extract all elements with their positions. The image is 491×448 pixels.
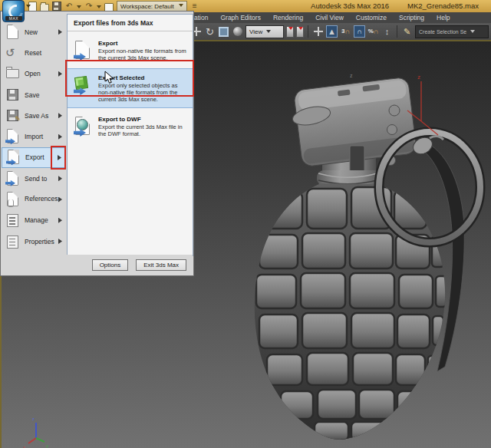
submenu-arrow-icon: [58, 218, 62, 223]
axis-z-label: z: [32, 417, 35, 421]
app-title: Autodesk 3ds Max 2016: [311, 2, 389, 10]
redo-dropdown-icon[interactable]: [97, 5, 101, 11]
percent-snap-button[interactable]: %∩: [367, 25, 379, 38]
selection-set-value: Create Selection Se: [419, 29, 466, 35]
use-selection-center-icon[interactable]: [296, 26, 304, 38]
cap-rivet: [387, 125, 397, 135]
export-selected-cube-icon: [74, 75, 94, 95]
open-file-icon[interactable]: [40, 2, 49, 11]
undo-dropdown-icon[interactable]: [77, 5, 81, 11]
edit-selection-sets-button[interactable]: ✎: [401, 25, 413, 38]
submenu-arrow-icon: [58, 71, 62, 77]
select-scale-button[interactable]: [218, 25, 229, 38]
reset-icon: ↺: [5, 45, 20, 61]
menu-item-open[interactable]: Open: [2, 64, 66, 84]
document-title: MK2_Grenade85.max: [407, 2, 479, 10]
select-manipulate-button[interactable]: [312, 25, 324, 38]
combo-arrow-icon: [266, 30, 271, 35]
menu-item-reset[interactable]: ↺ Reset: [2, 42, 66, 63]
angle-snap-button[interactable]: ∩: [354, 25, 365, 38]
use-pivot-icon[interactable]: [286, 26, 294, 38]
options-button[interactable]: Options: [92, 259, 129, 271]
select-rotate-button[interactable]: ↻: [204, 25, 216, 38]
workspace-label: Workspace: Default: [120, 3, 174, 10]
sphere-icon: [233, 27, 242, 36]
reference-coordinate-dropdown[interactable]: View: [246, 25, 284, 38]
toolbar-divider: [397, 25, 397, 38]
save-as-icon: ✎: [5, 108, 20, 124]
keyboard-override-button[interactable]: ▲: [326, 25, 338, 38]
mouse-cursor: [104, 71, 115, 84]
menu-scripting[interactable]: Scripting: [399, 14, 424, 21]
reference-coordinate-value: View: [249, 28, 262, 35]
submenu-arrow-icon: [58, 113, 62, 118]
menu-customize[interactable]: Customize: [356, 14, 387, 21]
menu-graph-editors[interactable]: Graph Editors: [220, 14, 260, 21]
percent-magnet-icon: ∩: [374, 28, 378, 35]
open-folder-icon: [5, 66, 20, 81]
menu-rendering[interactable]: Rendering: [273, 14, 303, 21]
menu-help[interactable]: Help: [437, 14, 450, 21]
scale-icon: [219, 27, 229, 37]
send-to-icon: [5, 171, 20, 186]
submenu-arrow-icon: [58, 176, 62, 181]
menu-item-send-to[interactable]: Send to: [2, 168, 66, 189]
workspace-dropdown[interactable]: Workspace: Default: [117, 1, 187, 12]
properties-icon: [5, 234, 20, 249]
menu-item-export[interactable]: Export: [2, 147, 66, 168]
spinner-snap-button[interactable]: ↕: [381, 25, 393, 38]
menu-animation[interactable]: ation: [194, 14, 208, 21]
export-dwf-option[interactable]: Export to DWF Export the current 3ds Max…: [68, 110, 193, 142]
3dsmax-window: { "window": { "app_title": "Autodesk 3ds…: [0, 0, 491, 448]
world-axis-tripod: z x y: [23, 417, 48, 448]
submenu-arrow-icon: [58, 197, 62, 203]
export-panel-header: Export files from 3ds Max: [68, 15, 193, 31]
save-icon: [5, 87, 20, 103]
submenu-arrow-icon: [58, 239, 62, 244]
window-title: Autodesk 3ds Max 2016 MK2_Grenade85.max: [311, 2, 479, 10]
submenu-arrow-icon: [58, 29, 62, 35]
redo-icon[interactable]: ↷: [84, 2, 94, 11]
menu-item-properties[interactable]: Properties: [2, 231, 66, 252]
combo-arrow-icon: [470, 30, 475, 35]
snap-toggle-3d-button[interactable]: 3∩: [340, 25, 351, 38]
application-menu-button[interactable]: MAX: [2, 0, 25, 22]
menu-civil-view[interactable]: Civil View: [315, 14, 344, 21]
menu-item-new[interactable]: New: [2, 21, 66, 42]
application-menu-footer: Options Exit 3ds Max: [2, 255, 193, 275]
menu-item-save-as[interactable]: ✎ Save As: [2, 105, 66, 126]
axis-x-label: x: [23, 445, 25, 448]
manage-icon: [5, 212, 20, 228]
menu-item-save[interactable]: Save: [2, 84, 66, 105]
export-doc-icon: [74, 41, 94, 61]
undo-icon[interactable]: ↶: [64, 2, 74, 11]
save-file-icon[interactable]: [52, 2, 61, 11]
angle-magnet-icon: ∩: [357, 28, 361, 35]
logo-max-label: MAX: [5, 16, 22, 21]
application-menu: New ↺ Reset Open Save ✎ Save As Import E…: [0, 11, 194, 276]
named-selection-set-dropdown[interactable]: Create Selection Se: [415, 25, 489, 38]
axis-y-label: y: [46, 443, 48, 448]
submenu-arrow-icon: [58, 134, 62, 140]
export-icon: [6, 150, 21, 165]
references-icon: [5, 192, 20, 207]
grenade-collar: [317, 170, 381, 186]
menu-item-references[interactable]: References: [2, 189, 66, 209]
quick-access-toolbar: ↶ ↷ Workspace: Default ≡: [28, 1, 199, 12]
logo-dropdown-arrow-icon: [26, 5, 31, 10]
pivot-center-button[interactable]: [232, 25, 243, 38]
menu-item-manage[interactable]: Manage: [2, 210, 66, 231]
menu-item-import[interactable]: Import: [2, 126, 66, 147]
submenu-arrow-icon: [58, 155, 61, 160]
exit-button[interactable]: Exit 3ds Max: [136, 259, 186, 271]
gizmo-z-label: z: [417, 74, 420, 81]
workspace-dropdown-arrow-icon: [179, 4, 183, 9]
magnet-icon: ∩: [344, 28, 349, 35]
toolbar-overflow-icon[interactable]: ≡: [190, 2, 199, 11]
project-toggle-icon[interactable]: [104, 2, 114, 11]
export-option[interactable]: Export Export non-native file formats fr…: [68, 35, 193, 66]
export-dwf-globe-icon: [74, 117, 94, 137]
export-selected-option[interactable]: Export Selected Export only selected obj…: [68, 68, 193, 108]
export-submenu-panel: Export files from 3ds Max Export Export …: [67, 14, 193, 256]
cap-z-label: z: [350, 73, 353, 78]
